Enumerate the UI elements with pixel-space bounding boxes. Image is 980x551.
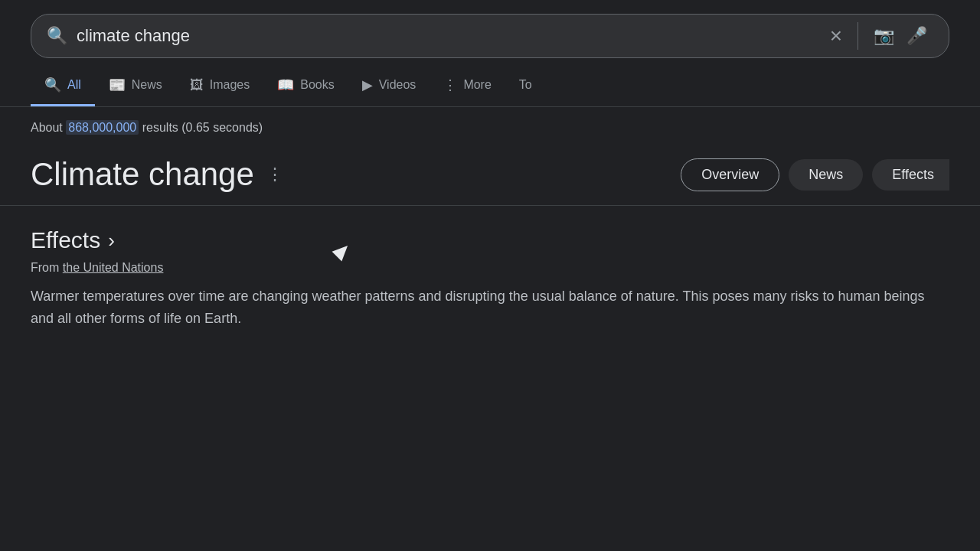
kp-more-icon[interactable]: ⋮ xyxy=(266,165,283,184)
effects-body: Warmer temperatures over time are changi… xyxy=(31,285,949,330)
tab-more[interactable]: ⋮ More xyxy=(430,66,505,106)
search-bar: 🔍 × 📷 🎤 xyxy=(31,14,949,58)
kp-effects-button[interactable]: Effects xyxy=(872,159,949,191)
search-input[interactable] xyxy=(77,26,824,46)
kp-title: Climate change xyxy=(31,156,254,193)
kp-buttons: Overview News Effects xyxy=(681,158,949,191)
videos-icon: ▶ xyxy=(362,77,373,93)
effects-title: Effects xyxy=(31,227,100,253)
kp-news-button[interactable]: News xyxy=(789,159,863,191)
results-suffix: results (0.65 seconds) xyxy=(139,121,263,134)
tab-tools[interactable]: To xyxy=(505,67,546,105)
tab-images[interactable]: 🖼 Images xyxy=(176,67,263,106)
effects-section: Effects › From the United Nations Warmer… xyxy=(0,206,980,330)
tab-more-label: More xyxy=(463,78,491,92)
kp-title-row: Climate change ⋮ xyxy=(31,156,283,193)
mic-icon: 🎤 xyxy=(906,26,927,46)
tab-videos-label: Videos xyxy=(379,78,416,92)
tab-videos[interactable]: ▶ Videos xyxy=(348,66,430,106)
divider xyxy=(858,22,858,50)
effects-chevron-icon: › xyxy=(108,229,115,253)
camera-icon: 📷 xyxy=(874,26,894,46)
all-icon: 🔍 xyxy=(44,77,61,93)
kp-overview-button[interactable]: Overview xyxy=(681,158,779,191)
tab-books[interactable]: 📖 Books xyxy=(263,66,348,106)
effects-source-link[interactable]: the United Nations xyxy=(63,261,164,274)
tab-all-label: All xyxy=(67,78,81,92)
clear-icon[interactable]: × xyxy=(824,24,848,48)
news-icon: 📰 xyxy=(109,77,126,93)
tab-news[interactable]: 📰 News xyxy=(95,66,176,106)
more-dots-icon: ⋮ xyxy=(443,77,457,93)
effects-source-prefix: From xyxy=(31,261,63,274)
tab-books-label: Books xyxy=(300,78,334,92)
results-count: 868,000,000 xyxy=(66,120,139,135)
results-about: About xyxy=(31,121,66,134)
results-info: About 868,000,000 results (0.65 seconds) xyxy=(0,107,980,142)
tab-all[interactable]: 🔍 All xyxy=(31,66,95,106)
effects-heading[interactable]: Effects › xyxy=(31,227,949,253)
tab-tools-label: To xyxy=(519,78,532,92)
effects-source: From the United Nations xyxy=(31,261,949,275)
tab-news-label: News xyxy=(132,78,162,92)
search-icon: 🔍 xyxy=(47,26,67,46)
tab-images-label: Images xyxy=(210,78,250,92)
images-icon: 🖼 xyxy=(190,77,204,93)
search-nav: 🔍 All 📰 News 🖼 Images 📖 Books ▶ Videos ⋮… xyxy=(0,66,980,107)
knowledge-panel-header: Climate change ⋮ Overview News Effects xyxy=(0,142,980,205)
books-icon: 📖 xyxy=(277,77,294,93)
